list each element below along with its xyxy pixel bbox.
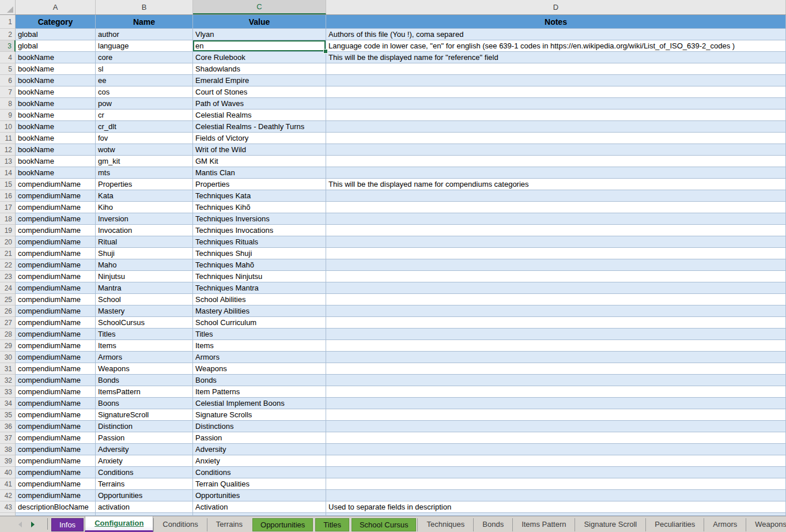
cell-A24[interactable]: compendiumName xyxy=(16,282,96,294)
cell-D27[interactable] xyxy=(326,317,786,329)
cell-B33[interactable]: ItemsPattern xyxy=(96,386,193,398)
cell-A43[interactable]: descriptionBlocName xyxy=(16,501,96,513)
cell-B21[interactable]: Shuji xyxy=(96,248,193,259)
cell-B38[interactable]: Adversity xyxy=(96,444,193,455)
sheet-tab-techniques[interactable]: Techniques xyxy=(417,518,473,531)
cell-D39[interactable] xyxy=(326,455,786,467)
cell-A17[interactable]: compendiumName xyxy=(16,202,96,213)
row-header-25[interactable]: 25 xyxy=(0,294,16,305)
cell-B40[interactable]: Conditions xyxy=(96,467,193,478)
cell-A30[interactable]: compendiumName xyxy=(16,352,96,363)
cell-C42[interactable]: Opportunities xyxy=(193,490,326,501)
cell-B37[interactable]: Passion xyxy=(96,432,193,444)
cell-B29[interactable]: Items xyxy=(96,340,193,352)
cell-A11[interactable]: bookName xyxy=(16,133,96,144)
sheet-tab-school-cursus[interactable]: School Cursus xyxy=(352,518,417,531)
cell-D43[interactable]: Used to separate fields in description xyxy=(326,501,786,513)
cell-C22[interactable]: Techniques Mahõ xyxy=(193,259,326,271)
cell-C3[interactable]: en xyxy=(193,40,326,52)
cell-B5[interactable]: sl xyxy=(96,63,193,75)
cell-B28[interactable]: Titles xyxy=(96,329,193,340)
cell-D28[interactable] xyxy=(326,329,786,340)
cell-D20[interactable] xyxy=(326,236,786,248)
row-header-18[interactable]: 18 xyxy=(0,213,16,225)
cell-B39[interactable]: Anxiety xyxy=(96,455,193,467)
cell-B9[interactable]: cr xyxy=(96,110,193,121)
cell-A39[interactable]: compendiumName xyxy=(16,455,96,467)
cell-C9[interactable]: Celestial Realms xyxy=(193,110,326,121)
cell-B1[interactable]: Name xyxy=(96,15,193,29)
cell-B10[interactable]: cr_dlt xyxy=(96,121,193,133)
cell-C13[interactable]: GM Kit xyxy=(193,156,326,167)
sheet-tab-infos[interactable]: Infos xyxy=(51,518,84,531)
cell-B25[interactable]: School xyxy=(96,294,193,305)
select-all-corner[interactable] xyxy=(0,0,16,14)
cell-A23[interactable]: compendiumName xyxy=(16,271,96,282)
cell-C26[interactable]: Mastery Abilities xyxy=(193,305,326,317)
cell-D35[interactable] xyxy=(326,409,786,421)
row-header-22[interactable]: 22 xyxy=(0,259,16,271)
cell-B6[interactable]: ee xyxy=(96,75,193,86)
cell-A38[interactable]: compendiumName xyxy=(16,444,96,455)
cell-D26[interactable] xyxy=(326,305,786,317)
cell-D34[interactable] xyxy=(326,398,786,409)
cell-D31[interactable] xyxy=(326,363,786,375)
cell-C28[interactable]: Titles xyxy=(193,329,326,340)
cell-B7[interactable]: cos xyxy=(96,86,193,98)
row-header-1[interactable]: 1 xyxy=(0,15,16,29)
row-header-21[interactable]: 21 xyxy=(0,248,16,259)
cell-A15[interactable]: compendiumName xyxy=(16,179,96,190)
sheet-tab-armors[interactable]: Armors xyxy=(704,518,746,531)
column-header-b[interactable]: B xyxy=(96,0,193,14)
cell-C36[interactable]: Distinctions xyxy=(193,421,326,432)
cell-B26[interactable]: Mastery xyxy=(96,305,193,317)
row-header-8[interactable]: 8 xyxy=(0,98,16,110)
cell-D8[interactable] xyxy=(326,98,786,110)
cell-C19[interactable]: Techniques Invocations xyxy=(193,225,326,236)
cell-D37[interactable] xyxy=(326,432,786,444)
row-header-12[interactable]: 12 xyxy=(0,144,16,156)
cell-D7[interactable] xyxy=(326,86,786,98)
cell-A7[interactable]: bookName xyxy=(16,86,96,98)
row-header-40[interactable]: 40 xyxy=(0,467,16,478)
cell-D24[interactable] xyxy=(326,282,786,294)
cell-B31[interactable]: Weapons xyxy=(96,363,193,375)
cell-D38[interactable] xyxy=(326,444,786,455)
cell-D15[interactable]: This will be the displayed name for comp… xyxy=(326,179,786,190)
cell-D11[interactable] xyxy=(326,133,786,144)
row-header-17[interactable]: 17 xyxy=(0,202,16,213)
cell-D5[interactable] xyxy=(326,63,786,75)
row-header-43[interactable]: 43 xyxy=(0,501,16,513)
cell-D6[interactable] xyxy=(326,75,786,86)
cell-C7[interactable]: Court of Stones xyxy=(193,86,326,98)
row-header-16[interactable]: 16 xyxy=(0,190,16,202)
cell-A35[interactable]: compendiumName xyxy=(16,409,96,421)
cell-D14[interactable] xyxy=(326,167,786,179)
row-header-20[interactable]: 20 xyxy=(0,236,16,248)
cell-A19[interactable]: compendiumName xyxy=(16,225,96,236)
cell-C43[interactable]: Activation xyxy=(193,501,326,513)
cell-D17[interactable] xyxy=(326,202,786,213)
cell-D4[interactable]: This will be the displayed name for "ref… xyxy=(326,52,786,63)
sheet-tab-conditions[interactable]: Conditions xyxy=(153,518,206,531)
row-header-4[interactable]: 4 xyxy=(0,52,16,63)
cell-C8[interactable]: Path of Waves xyxy=(193,98,326,110)
row-header-28[interactable]: 28 xyxy=(0,329,16,340)
cell-B23[interactable]: Ninjutsu xyxy=(96,271,193,282)
cell-A36[interactable]: compendiumName xyxy=(16,421,96,432)
cell-A42[interactable]: compendiumName xyxy=(16,490,96,501)
cell-B36[interactable]: Distinction xyxy=(96,421,193,432)
cell-D16[interactable] xyxy=(326,190,786,202)
row-header-15[interactable]: 15 xyxy=(0,179,16,190)
cell-D29[interactable] xyxy=(326,340,786,352)
cell-B41[interactable]: Terrains xyxy=(96,478,193,490)
cell-A10[interactable]: bookName xyxy=(16,121,96,133)
cell-B16[interactable]: Kata xyxy=(96,190,193,202)
cell-A27[interactable]: compendiumName xyxy=(16,317,96,329)
sheet-tab-terrains[interactable]: Terrains xyxy=(207,518,251,531)
cell-A41[interactable]: compendiumName xyxy=(16,478,96,490)
cell-A31[interactable]: compendiumName xyxy=(16,363,96,375)
row-header-29[interactable]: 29 xyxy=(0,340,16,352)
cell-B15[interactable]: Properties xyxy=(96,179,193,190)
cell-C16[interactable]: Techniques Kata xyxy=(193,190,326,202)
